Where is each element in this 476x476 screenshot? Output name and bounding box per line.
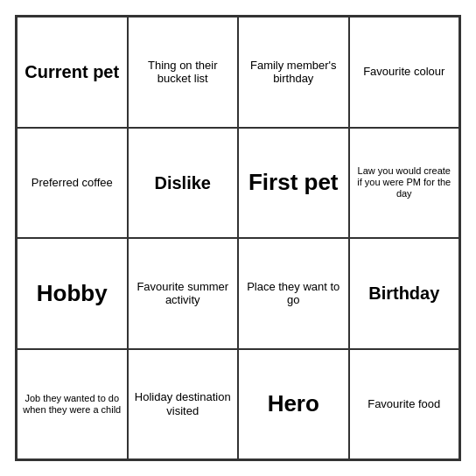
bingo-cell-r3c2: Hero	[238, 349, 349, 460]
cell-text-r1c2: First pet	[248, 169, 339, 196]
bingo-cell-r0c1: Thing on their bucket list	[128, 17, 239, 128]
bingo-cell-r2c0: Hobby	[17, 238, 128, 349]
cell-text-r0c3: Favourite colour	[363, 65, 444, 79]
cell-text-r0c1: Thing on their bucket list	[134, 59, 233, 86]
cell-text-r0c2: Family member's birthday	[244, 59, 343, 86]
bingo-cell-r3c0: Job they wanted to do when they were a c…	[17, 349, 128, 460]
bingo-cell-r1c0: Preferred coffee	[17, 128, 128, 239]
bingo-cell-r3c3: Favourite food	[349, 349, 460, 460]
cell-text-r3c0: Job they wanted to do when they were a c…	[23, 393, 122, 416]
bingo-cell-r2c2: Place they want to go	[238, 238, 349, 349]
bingo-cell-r3c1: Holiday destination visited	[128, 349, 239, 460]
cell-text-r1c3: Law you would create if you were PM for …	[355, 165, 454, 200]
bingo-cell-r2c3: Birthday	[349, 238, 460, 349]
bingo-cell-r1c2: First pet	[238, 128, 349, 239]
cell-text-r2c3: Birthday	[368, 283, 439, 304]
bingo-grid: Current petThing on their bucket listFam…	[15, 15, 461, 461]
cell-text-r1c1: Dislike	[155, 172, 211, 193]
cell-text-r3c2: Hero	[268, 390, 319, 417]
cell-text-r2c2: Place they want to go	[244, 280, 343, 307]
bingo-cell-r0c0: Current pet	[17, 17, 128, 128]
bingo-cell-r1c3: Law you would create if you were PM for …	[349, 128, 460, 239]
bingo-cell-r0c3: Favourite colour	[349, 17, 460, 128]
cell-text-r0c0: Current pet	[24, 61, 119, 82]
cell-text-r2c0: Hobby	[37, 280, 108, 307]
bingo-cell-r0c2: Family member's birthday	[238, 17, 349, 128]
bingo-cell-r2c1: Favourite summer activity	[128, 238, 239, 349]
cell-text-r2c1: Favourite summer activity	[134, 280, 233, 307]
cell-text-r3c1: Holiday destination visited	[134, 390, 233, 417]
bingo-cell-r1c1: Dislike	[128, 128, 239, 239]
cell-text-r1c0: Preferred coffee	[32, 176, 113, 190]
cell-text-r3c3: Favourite food	[368, 397, 440, 411]
